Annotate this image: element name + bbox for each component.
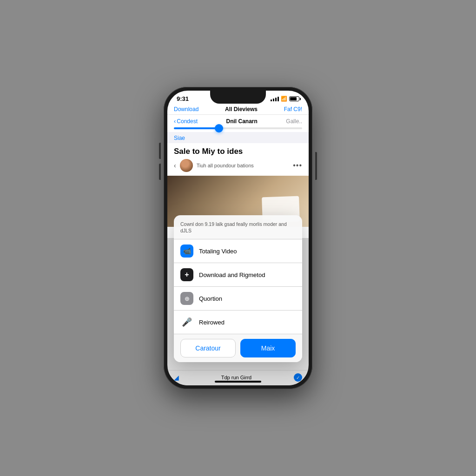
slider-track[interactable] xyxy=(174,127,302,129)
question-icon: ⊕ xyxy=(180,292,193,305)
status-icons: 📶 xyxy=(271,96,299,102)
sub-nav-back-label: Condest xyxy=(177,118,198,125)
phone-screen: 9:31 📶 Download All Dieviews Faf C9! xyxy=(167,91,309,385)
confirm-button[interactable]: Maix xyxy=(240,339,296,357)
modal-item-record[interactable]: 🎤 Reirowed xyxy=(174,311,302,334)
nav-tab-allreviews[interactable]: All Dieviews xyxy=(225,106,258,112)
modal-description: Cownl don 9.19 lalk gsad feally morlis m… xyxy=(174,215,302,239)
avatar-image xyxy=(180,159,193,172)
notch xyxy=(210,91,266,104)
modal-item-record-label: Reirowed xyxy=(199,319,225,326)
battery-icon xyxy=(289,96,299,101)
meta-left: ‹ Tiuh all poundour bations xyxy=(174,159,254,172)
content-title: Sale to Miy to ides xyxy=(174,147,302,156)
content-meta: ‹ Tiuh all poundour bations ••• xyxy=(174,159,302,172)
section-label: Siae xyxy=(167,132,309,143)
download-plus-icon: + xyxy=(180,268,193,281)
back-arrow-icon[interactable]: ‹ xyxy=(174,162,176,169)
sub-nav-right[interactable]: Galle.. xyxy=(286,118,302,125)
modal-item-question-label: Quortion xyxy=(199,295,222,302)
slider-thumb[interactable] xyxy=(215,124,223,132)
nav-bar: Download All Dieviews Faf C9! xyxy=(167,104,309,115)
nav-tab-faf[interactable]: Faf C9! xyxy=(284,106,302,112)
modal-card: Cownl don 9.19 lalk gsad feally morlis m… xyxy=(174,215,302,362)
content-header: Sale to Miy to ides ‹ Tiuh all poundour … xyxy=(167,143,309,176)
phone-frame: 9:31 📶 Download All Dieviews Faf C9! xyxy=(164,87,312,389)
more-options-icon[interactable]: ••• xyxy=(293,161,302,170)
cancel-button[interactable]: Caratour xyxy=(180,339,236,357)
modal-item-video-label: Totaling Video xyxy=(199,248,237,255)
modal-item-question[interactable]: ⊕ Quortion xyxy=(174,287,302,311)
modal-item-download-label: Download and Rigmetod xyxy=(199,271,265,278)
slider-container xyxy=(167,125,309,132)
nav-tab-download[interactable]: Download xyxy=(174,106,198,112)
modal-item-download[interactable]: + Download and Rigmetod xyxy=(174,263,302,287)
sub-nav: ‹ Condest Dnil Canarn Galle.. xyxy=(167,115,309,125)
microphone-icon: 🎤 xyxy=(180,316,193,329)
home-indicator[interactable] xyxy=(215,381,261,383)
modal-item-video[interactable]: 📹 Totaling Video xyxy=(174,239,302,263)
back-button[interactable]: ‹ Condest xyxy=(174,118,198,125)
signal-icon xyxy=(271,97,279,101)
meta-text: Tiuh all poundour bations xyxy=(197,163,254,168)
chevron-left-icon: ‹ xyxy=(174,118,176,125)
slider-fill xyxy=(174,127,219,129)
avatar xyxy=(180,159,193,172)
power-button[interactable] xyxy=(315,152,317,180)
modal-buttons: Caratour Maix xyxy=(174,334,302,362)
wifi-icon: 📶 xyxy=(281,96,287,102)
status-time: 9:31 xyxy=(177,95,189,102)
volume-up-button[interactable] xyxy=(159,143,161,159)
video-icon: 📹 xyxy=(180,245,193,258)
volume-down-button[interactable] xyxy=(159,164,161,180)
sub-nav-center[interactable]: Dnil Canarn xyxy=(226,118,258,125)
